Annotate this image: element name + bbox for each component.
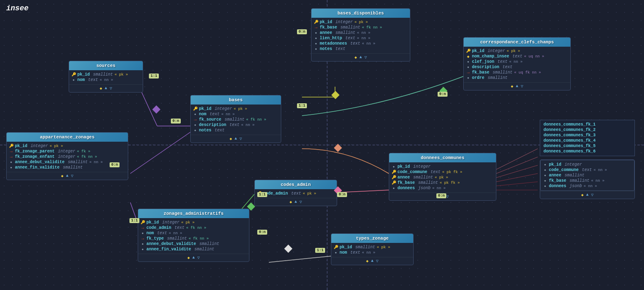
mini-row-fk_base: ● fk_base smallint « nn » bbox=[541, 178, 634, 183]
circle-icon: ● bbox=[543, 174, 547, 178]
diamond-zonages-types bbox=[284, 245, 292, 253]
table-sources-row-nom: ● nom text « nn » bbox=[69, 77, 143, 83]
table-za-header: zonages_administratifs bbox=[138, 209, 249, 218]
table-dc-row-donnees: ● donnees jsonb « nn » bbox=[389, 185, 496, 191]
circle-icon: ● bbox=[466, 60, 470, 64]
fk-icon: → bbox=[193, 118, 197, 122]
table-tz-footer: ◆ ▲ ▽ bbox=[331, 257, 413, 265]
table-az-header: appartenance_zonages bbox=[7, 133, 128, 142]
table-az-row-pk_id: 🔑 pk_id integer « pk » bbox=[7, 143, 128, 149]
pkfk-icon: 🔑 bbox=[392, 170, 396, 174]
circle-icon: ● bbox=[543, 184, 547, 188]
table-bases-disponibles-header: bases_disponibles bbox=[311, 9, 410, 18]
diamond-bases-disponibles-bases bbox=[331, 91, 340, 99]
table-zonages-administratifs[interactable]: zonages_administratifs 🔑 pk_id integer «… bbox=[138, 209, 249, 262]
diamond-icon: ◆ bbox=[466, 55, 470, 59]
mini-row-pk_id: ● pk_id integer bbox=[541, 162, 634, 167]
footer-down-icon: ▽ bbox=[239, 136, 242, 141]
table-types-zonage[interactable]: types_zonage 🔑 pk_id smallint « pk » ● n… bbox=[331, 233, 414, 265]
table-za-row-pk_id: 🔑 pk_id integer « pk » bbox=[138, 220, 249, 225]
circle-icon: ● bbox=[141, 247, 145, 252]
table-dc-header: donnees_communes bbox=[389, 153, 496, 162]
table-cc-row-fk_base: → fk_base smallint « uq fk nn » bbox=[464, 70, 570, 75]
circle-icon: ● bbox=[193, 112, 197, 116]
circle-icon: ● bbox=[334, 251, 338, 255]
table-za-row-fk_type: → fk_type smallint « fk nn » bbox=[138, 236, 249, 241]
table-donnees-communes-mini[interactable]: ● pk_id integer ● code_commune text « nn… bbox=[540, 159, 635, 199]
rel-label-11-2: 1:1 bbox=[149, 74, 159, 78]
fk-list-item-5: donnees_communes_fk_5 bbox=[543, 143, 631, 149]
circle-icon: ● bbox=[72, 78, 76, 82]
table-za-row-annee_fin: ● annee_fin_validite smallint bbox=[138, 247, 249, 252]
fk-list-item-6: donnees_communes_fk_6 bbox=[543, 149, 631, 154]
table-za-footer: ◆ ▲ ▽ bbox=[138, 254, 249, 261]
rel-label-11-1: 1:1 bbox=[297, 103, 307, 108]
table-ca-footer: ◆ ▲ ▽ bbox=[255, 198, 337, 206]
circle-icon: ● bbox=[543, 163, 547, 167]
footer-key-icon: ◆ bbox=[100, 86, 102, 91]
footer-down-icon: ▽ bbox=[376, 259, 378, 264]
svg-line-7 bbox=[269, 256, 331, 262]
circle-icon: ● bbox=[141, 242, 145, 246]
table-za-row-code_admin: → code_admin text « fk nn » bbox=[138, 225, 249, 231]
pk-icon: 🔑 bbox=[72, 73, 76, 77]
svg-line-9 bbox=[496, 149, 538, 169]
mini-row-annee: ● annee smallint bbox=[541, 173, 634, 178]
svg-line-12 bbox=[496, 174, 538, 182]
footer-key-icon: ◆ bbox=[366, 259, 369, 264]
rel-label-0n-1: 0:n bbox=[297, 29, 307, 34]
fk-icon: → bbox=[466, 71, 470, 75]
table-dc-row-annee: 🔑 annee smallint « pk » bbox=[389, 175, 496, 180]
circle-icon: ● bbox=[314, 47, 318, 51]
footer-key-icon: ◆ bbox=[290, 200, 292, 204]
rel-label-0n-3: 0:n bbox=[110, 162, 120, 167]
table-bases-disponibles[interactable]: bases_disponibles 🔑 pk_id integer « pk »… bbox=[311, 8, 410, 62]
rel-label-0n-4: 0:n bbox=[257, 230, 267, 235]
table-appartenance-zonages[interactable]: appartenance_zonages 🔑 pk_id integer « p… bbox=[6, 132, 128, 180]
app-title: insee bbox=[6, 4, 29, 12]
table-bd-row-lien_http: ● lien_http text « nn » bbox=[311, 36, 410, 41]
rel-label-11-4: 1:1 bbox=[315, 248, 325, 253]
table-bases-row-description: ● description text « nn » bbox=[191, 122, 281, 128]
table-bd-row-annee: ● annee smallint « nn » bbox=[311, 30, 410, 36]
svg-line-13 bbox=[496, 182, 538, 186]
table-bases-row-pk_id: 🔑 pk_id integer « pk » bbox=[191, 106, 281, 112]
footer-down-icon: ▽ bbox=[521, 84, 523, 89]
rel-label-0n-7: 0:n bbox=[436, 193, 446, 198]
fk-icon: → bbox=[141, 237, 145, 241]
pk-icon: 🔑 bbox=[314, 20, 318, 24]
footer-up-icon: ▲ bbox=[586, 193, 589, 197]
footer-up-icon: ▲ bbox=[294, 200, 297, 204]
table-az-footer: ◆ ▲ ▽ bbox=[7, 172, 128, 180]
mini-row-code_commune: ● code_commune text « nn » bbox=[541, 167, 634, 173]
circle-icon: ● bbox=[193, 123, 197, 127]
table-dc-row-code_commune: 🔑 code_commune text « pk fk » bbox=[389, 169, 496, 175]
pkfk-icon: 🔑 bbox=[392, 181, 396, 185]
fk-icon: → bbox=[141, 226, 145, 230]
footer-key-icon: ◆ bbox=[230, 136, 232, 141]
footer-key-icon: ◆ bbox=[61, 174, 63, 178]
table-tz-row-pk_id: 🔑 pk_id smallint « pk » bbox=[331, 245, 413, 250]
footer-down-icon: ▽ bbox=[71, 174, 74, 178]
circle-icon: ● bbox=[466, 65, 470, 69]
rel-label-0n-5: 0:n bbox=[337, 192, 347, 197]
circle-icon: ● bbox=[543, 179, 547, 183]
fk-list-item-4: donnees_communes_fk_4 bbox=[543, 138, 631, 143]
svg-line-10 bbox=[496, 157, 538, 174]
footer-key-icon: ◆ bbox=[187, 255, 190, 260]
circle-icon: ● bbox=[314, 36, 318, 40]
circle-icon: ● bbox=[392, 186, 396, 190]
circle-icon: ● bbox=[9, 166, 13, 170]
table-bd-row-fk_base: → fk_base smallint « fk nn » bbox=[311, 25, 410, 30]
table-bd-row-pk_id: 🔑 pk_id integer « pk » bbox=[311, 19, 410, 25]
footer-down-icon: ▽ bbox=[110, 86, 112, 91]
table-za-row-annee_debut: ● annee_debut_validite smallint bbox=[138, 241, 249, 247]
rel-label-11-3: 1:1 bbox=[129, 218, 139, 223]
fk-icon: → bbox=[314, 26, 318, 30]
table-sources[interactable]: sources 🔑 pk_id smallint « pk » ● nom te… bbox=[69, 61, 143, 93]
table-cc-row-pk_id: 🔑 pk_id integer « pk » bbox=[464, 48, 570, 54]
fk-icon: → bbox=[9, 155, 13, 159]
table-dc-row-fk_base: 🔑 fk_base smallint « pk fk » bbox=[389, 180, 496, 185]
table-correspondance[interactable]: correspondance_clefs_champs 🔑 pk_id inte… bbox=[463, 37, 571, 90]
table-bases[interactable]: bases 🔑 pk_id integer « pk » ● nom text … bbox=[190, 95, 281, 143]
